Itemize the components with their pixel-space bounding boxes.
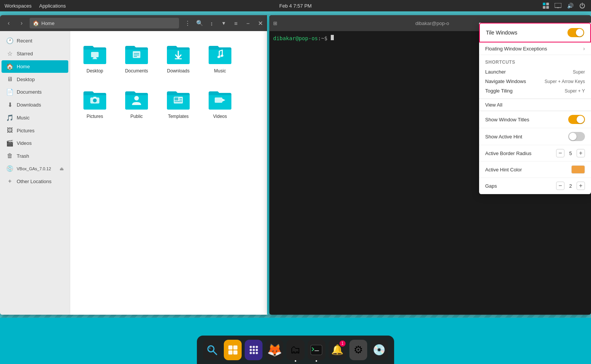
border-radius-increase[interactable]: + [577,149,585,157]
trash-icon: 🗑 [6,152,14,159]
fm-close-button[interactable]: ✕ [255,18,266,28]
notify-badge: 1 [340,340,346,347]
sidebar-item-documents[interactable]: 📄 Documents [2,86,68,98]
show-window-titles-label: Show Window Titles [485,117,568,122]
swt-track [568,115,585,124]
volume-icon[interactable]: 🔊 [566,2,574,10]
show-active-hint-label: Show Active Hint [485,134,568,140]
fm-sort-button[interactable]: ↕ [206,18,217,28]
fm-minimize-button[interactable]: − [243,18,253,28]
dock-item-mosaic[interactable] [224,340,242,360]
file-item-videos[interactable]: Videos [203,84,237,122]
sidebar-item-vbox[interactable]: 💿 VBox_GAs_7.0.12 ⏏ [2,162,68,175]
fm-location-bar[interactable]: 🏠 Home [30,18,179,28]
topbar: Workspaces Applications Feb 4 7:57 PM 🔊 [0,0,591,11]
fm-back-button[interactable]: ‹ [4,18,14,28]
dock-item-firefox[interactable]: 🦊 [266,340,283,360]
tile-windows-toggle[interactable] [567,28,584,37]
sidebar-label-home: Home [17,64,30,69]
shortcut-navigate-value: Super + Arrow Keys [545,79,585,84]
svg-rect-30 [233,345,237,350]
sidebar-item-trash[interactable]: 🗑 Trash [2,150,68,162]
dock-item-files[interactable]: 🗂 [286,340,304,360]
sidebar-item-videos[interactable]: 🎬 Videos [2,137,68,149]
dock-item-cd[interactable]: 💿 [370,340,388,360]
sah-track [568,132,585,141]
gaps-increase[interactable]: + [577,182,585,190]
sidebar-item-recent[interactable]: 🕐 Recent [2,35,68,47]
file-item-music[interactable]: Music [203,39,237,77]
fm-file-grid: Desktop [78,39,262,122]
workspaces-button[interactable]: Workspaces [5,3,31,9]
file-item-public[interactable]: Public [119,84,154,122]
show-window-titles-toggle[interactable] [568,115,585,124]
sidebar-item-other[interactable]: + Other Locations [2,175,68,187]
fm-menu-button[interactable]: ⋮ [182,18,193,28]
file-item-templates[interactable]: Templates [161,84,195,122]
starred-icon: ☆ [6,50,14,57]
fm-filter-button[interactable]: ▾ [218,18,229,28]
dock-item-settings[interactable]: ⚙ [349,340,367,360]
gaps-decrease[interactable]: − [556,182,564,190]
file-item-pictures[interactable]: Pictures [78,84,112,122]
file-item-downloads[interactable]: Downloads [161,39,195,77]
file-item-desktop[interactable]: Desktop [78,39,112,77]
fm-toolbar-right: ⋮ 🔍 ↕ ▾ ≡ − ✕ [182,18,266,28]
fm-view-button[interactable]: ≡ [231,18,241,28]
svg-point-38 [256,349,258,351]
applications-button[interactable]: Applications [39,3,66,9]
sidebar-item-music[interactable]: 🎵 Music [2,111,68,124]
fm-location-text: Home [41,20,55,26]
workspace-switcher-icon[interactable] [542,2,550,10]
swt-knob [577,116,584,123]
sidebar-item-downloads[interactable]: ⬇ Downloads [2,99,68,111]
active-hint-color-swatch[interactable] [571,165,585,174]
show-window-titles-row: Show Window Titles [479,111,591,128]
screen-icon[interactable] [554,2,562,10]
view-all-row[interactable]: View All [479,99,591,111]
sidebar-item-desktop[interactable]: 🖥 Desktop [2,73,68,85]
desktop: ‹ › 🏠 Home ⋮ 🔍 ↕ ▾ ≡ − ✕ 🕐 Recent [0,11,591,318]
sidebar-item-home[interactable]: 🏠 Home [2,60,68,73]
pictures-icon: 🖼 [6,127,14,134]
svg-rect-5 [93,58,97,59]
eject-button[interactable]: ⏏ [60,166,64,171]
home-icon: 🏠 [6,63,14,70]
dock-item-search[interactable] [203,340,221,360]
folder-icon-music [208,42,232,66]
fm-forward-button[interactable]: › [17,18,27,28]
topbar-datetime: Feb 4 7:57 PM [279,3,311,9]
shortcuts-header: Shortcuts [479,58,591,67]
fm-sidebar: 🕐 Recent ☆ Starred 🏠 Home 🖥 Desktop 📄 [0,31,70,315]
sidebar-label-documents: Documents [17,89,42,95]
svg-rect-32 [233,350,237,355]
folder-icon-documents [124,42,149,66]
vbox-icon: 💿 [6,165,14,172]
fm-search-button[interactable]: 🔍 [194,18,205,28]
svg-point-16 [93,99,97,102]
svg-rect-4 [93,57,96,58]
active-border-radius-label: Active Border Radius [485,151,556,156]
svg-point-37 [253,349,255,351]
fm-content: Desktop [70,31,269,315]
gaps-stepper: − 2 + [556,182,585,190]
show-active-hint-toggle[interactable] [568,132,585,141]
tiling-popup: Tile Windows Floating Window Exceptions … [479,23,591,194]
other-locations-icon: + [6,178,14,185]
dock-item-apps[interactable] [245,340,262,360]
dock-item-notify[interactable]: 🔔 1 [329,340,346,360]
file-label-pictures: Pictures [86,114,103,119]
dock-item-terminal[interactable] [308,340,325,360]
power-icon[interactable] [578,2,586,10]
sidebar-item-starred[interactable]: ☆ Starred [2,47,68,60]
floating-exceptions-row[interactable]: Floating Window Exceptions › [479,42,591,55]
file-item-documents[interactable]: Documents [119,39,154,77]
sidebar-item-pictures[interactable]: 🖼 Pictures [2,124,68,136]
sidebar-label-other: Other Locations [17,179,52,184]
svg-point-40 [253,352,255,354]
svg-point-35 [256,346,258,348]
svg-rect-29 [228,345,233,350]
border-radius-decrease[interactable]: − [556,149,564,157]
svg-point-36 [250,349,252,351]
shortcut-toggle-label: Toggle Tiling [485,88,565,94]
